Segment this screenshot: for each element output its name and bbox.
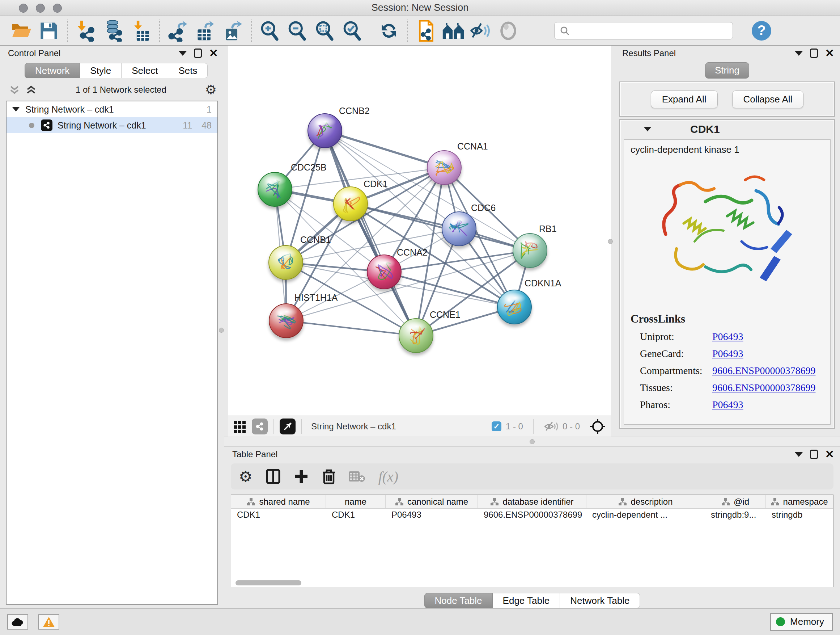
table-cell[interactable]: 9606.ENSP00000378699 (478, 509, 586, 522)
tab-sets[interactable]: Sets (168, 63, 208, 78)
zoom-fit-button[interactable] (313, 19, 336, 42)
column-header--id[interactable]: @id (705, 495, 766, 508)
network-node-ccne1[interactable] (399, 318, 433, 353)
export-table-button[interactable] (194, 19, 216, 42)
collapse-all-button[interactable]: Collapse All (732, 90, 804, 108)
navigator-crosshair-icon[interactable] (589, 418, 606, 435)
collapse-all-icon[interactable] (9, 84, 20, 95)
network-options-gear-icon[interactable]: ⚙ (205, 83, 217, 96)
selected-checkbox[interactable]: ✓ (492, 421, 501, 431)
network-node-hist1h1a[interactable] (269, 303, 303, 338)
crosslink-link[interactable]: 9606.ENSP00000378699 (712, 382, 815, 394)
delete-column-icon[interactable] (322, 468, 336, 485)
left-splitter-handle[interactable] (219, 328, 224, 333)
function-builder-icon[interactable]: f(x) (378, 468, 399, 485)
network-node-ccna1[interactable] (427, 150, 462, 185)
close-panel-icon[interactable]: ✕ (825, 449, 834, 460)
tab-node-table[interactable]: Node Table (424, 593, 493, 608)
column-header-description[interactable]: description (586, 495, 705, 508)
network-node-cdc25b[interactable] (257, 172, 292, 207)
zoom-in-button[interactable] (258, 19, 281, 42)
memory-button[interactable]: Memory (770, 613, 833, 631)
column-header-database-identifier[interactable]: database identifier (478, 495, 586, 508)
tab-network-table[interactable]: Network Table (560, 593, 640, 608)
float-panel-icon[interactable] (194, 49, 202, 58)
hidden-eye-icon[interactable] (544, 420, 558, 432)
share-file-button[interactable] (415, 19, 437, 42)
add-column-icon[interactable] (294, 469, 309, 485)
column-header-canonical-name[interactable]: canonical name (386, 495, 478, 508)
collection-expand-icon[interactable] (12, 107, 19, 111)
import-table-from-file-button[interactable] (129, 19, 152, 42)
splitter-handle[interactable] (530, 439, 535, 444)
collapse-panel-icon[interactable] (795, 452, 803, 457)
tab-select[interactable]: Select (122, 63, 168, 78)
network-edge[interactable] (286, 321, 416, 336)
network-edge[interactable] (351, 204, 530, 250)
expand-all-icon[interactable] (25, 84, 37, 95)
network-node-rb1[interactable] (513, 233, 547, 268)
collapse-panel-icon[interactable] (179, 51, 187, 56)
split-columns-icon[interactable] (265, 469, 281, 485)
save-session-button[interactable] (38, 19, 60, 42)
close-window-button[interactable] (19, 4, 28, 13)
show-graphics-details-button[interactable] (497, 19, 519, 42)
column-header-name[interactable]: name (326, 495, 386, 508)
network-edge[interactable] (325, 131, 416, 336)
home-button[interactable] (442, 19, 464, 42)
warnings-button[interactable] (38, 614, 59, 630)
right-splitter-handle[interactable] (608, 239, 613, 244)
window-traffic-lights[interactable] (19, 4, 62, 13)
table-horizontal-scrollbar[interactable] (231, 579, 833, 587)
help-button[interactable]: ? (752, 21, 771, 41)
open-session-button[interactable] (10, 19, 33, 42)
zoom-window-button[interactable] (53, 4, 62, 13)
tab-network[interactable]: Network (25, 63, 80, 78)
expand-all-button[interactable]: Expand All (651, 90, 718, 108)
zoom-out-button[interactable] (286, 19, 308, 42)
table-cell[interactable]: cyclin-dependent ... (586, 509, 705, 522)
network-node-cdkn1a[interactable] (497, 290, 532, 325)
close-panel-icon[interactable]: ✕ (209, 48, 218, 59)
gear-icon[interactable]: ⚙ (239, 468, 253, 486)
minimize-window-button[interactable] (36, 4, 45, 13)
toolbar-search[interactable] (554, 22, 733, 40)
network-collection-row[interactable]: String Network – cdk1 1 (6, 101, 218, 117)
grid-view-icon[interactable] (233, 420, 247, 433)
hide-graphics-details-button[interactable] (470, 19, 492, 42)
close-panel-icon[interactable]: ✕ (825, 48, 834, 59)
search-input[interactable] (573, 26, 728, 36)
crosslink-link[interactable]: P06493 (712, 399, 744, 410)
zoom-selected-button[interactable] (341, 19, 363, 42)
share-view-icon[interactable] (252, 418, 268, 434)
network-node-ccna2[interactable] (367, 255, 401, 289)
clear-table-icon[interactable] (349, 470, 365, 483)
tab-edge-table[interactable]: Edge Table (493, 593, 561, 608)
cloud-button[interactable] (7, 614, 28, 630)
column-header-shared-name[interactable]: shared name (231, 495, 326, 508)
table-cell[interactable]: stringdb (766, 509, 833, 522)
export-network-button[interactable] (166, 19, 189, 42)
network-node-cdk1[interactable] (333, 187, 368, 221)
scrollbar-thumb[interactable] (235, 580, 302, 585)
import-network-from-file-button[interactable] (74, 19, 97, 42)
crosslink-link[interactable]: P06493 (712, 348, 744, 359)
table-cell[interactable]: stringdb:9... (705, 509, 766, 522)
network-node-cdc6[interactable] (442, 211, 477, 246)
column-header-namespace[interactable]: namespace (766, 495, 833, 508)
collapse-panel-icon[interactable] (795, 51, 803, 56)
section-expand-icon[interactable] (644, 127, 651, 131)
network-node-ccnb1[interactable] (268, 245, 303, 280)
horizontal-splitter[interactable] (224, 437, 840, 447)
export-image-button[interactable] (221, 19, 244, 42)
table-cell[interactable]: CDK1 (231, 509, 326, 522)
float-panel-icon[interactable] (810, 450, 818, 459)
birdseye-icon[interactable] (279, 418, 295, 434)
tab-string[interactable]: String (705, 62, 749, 79)
table-cell[interactable]: CDK1 (326, 509, 386, 522)
tab-style[interactable]: Style (80, 63, 122, 78)
protein-section-header[interactable]: CDK1 (620, 120, 834, 139)
network-canvas[interactable]: CCNB2CCNA1CDC25BCDK1CDC6RB1CCNB1CCNA2CDK… (228, 46, 611, 416)
refresh-button[interactable] (378, 19, 400, 42)
network-row[interactable]: String Network – cdk1 11 48 (6, 117, 218, 133)
